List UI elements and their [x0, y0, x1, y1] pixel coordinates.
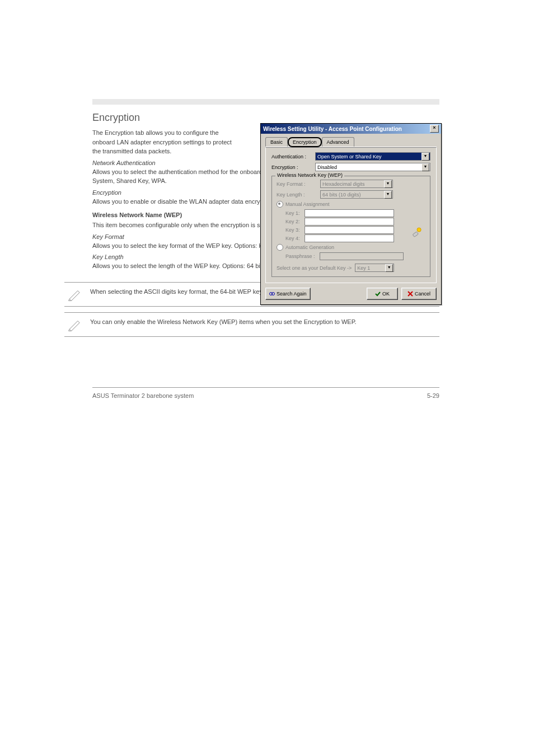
- default-label: Select one as your Default Key ->: [277, 265, 352, 271]
- dlg-kl-label: Key Length :: [277, 192, 317, 198]
- kf-value: Hexadecimal digits: [322, 181, 365, 187]
- key3-input: [305, 226, 394, 234]
- svg-point-0: [417, 228, 421, 232]
- intro-text: The Encryption tab allows you to configu…: [92, 128, 255, 156]
- tab-advanced[interactable]: Advanced: [322, 137, 354, 147]
- manual-assignment-radio: Manual Assignment: [277, 201, 425, 208]
- page-title: Encryption: [92, 112, 439, 124]
- chevron-down-icon: ▼: [385, 264, 393, 272]
- tab-panel: Authentication : Open System or Shared K…: [265, 147, 437, 283]
- kl-value: 64 bits (10 digits): [322, 192, 361, 198]
- tab-basic[interactable]: Basic: [265, 137, 288, 147]
- cancel-label: Cancel: [415, 291, 430, 297]
- passphrase-label: Passphrase :: [285, 253, 315, 259]
- dlg-kf-label: Key Format :: [277, 181, 317, 187]
- key1-input: [305, 209, 394, 217]
- dialog-title: Wireless Setting Utility - Access Point …: [263, 126, 402, 132]
- footer-right: 5-29: [427, 392, 439, 399]
- wireless-dialog: Wireless Setting Utility - Access Point …: [260, 123, 442, 305]
- default-value: Key 1: [357, 265, 370, 271]
- chevron-down-icon[interactable]: ▼: [421, 163, 429, 171]
- auto-label: Automatic Generation: [285, 245, 334, 250]
- top-divider: [92, 99, 439, 105]
- default-key-dropdown: Key 1 ▼: [355, 264, 394, 272]
- cancel-button[interactable]: Cancel: [401, 288, 437, 300]
- key2-input: [305, 218, 394, 226]
- key3-label: Key 3:: [285, 227, 302, 233]
- note-2-text: You can only enable the Wireless Network…: [90, 317, 439, 327]
- note-2: You can only enable the Wireless Network…: [64, 312, 439, 337]
- enc-value: Disabled: [317, 165, 337, 170]
- manual-label: Manual Assignment: [285, 201, 330, 207]
- key1-label: Key 1:: [285, 210, 302, 216]
- keylength-dropdown: 64 bits (10 digits) ▼: [320, 190, 393, 199]
- default-key-row: Select one as your Default Key -> Key 1 …: [277, 264, 425, 272]
- search-label: Search Again: [277, 291, 307, 297]
- dlg-auth-label: Authentication :: [271, 154, 312, 159]
- tab-encryption[interactable]: Encryption: [288, 137, 322, 147]
- chevron-down-icon: ▼: [384, 180, 392, 188]
- key4-input: [305, 234, 394, 242]
- dlg-enc-label: Encryption :: [271, 165, 312, 170]
- wep-fieldset: Wireless Network Key (WEP) Key Format : …: [271, 176, 430, 277]
- close-icon[interactable]: ×: [430, 125, 439, 133]
- flashlight-icon: [412, 227, 422, 239]
- ok-label: OK: [382, 291, 390, 297]
- footer-left: ASUS Terminator 2 barebone system: [92, 392, 194, 399]
- key2-label: Key 2:: [285, 219, 302, 224]
- radio-icon: [277, 201, 283, 208]
- wep-legend: Wireless Network Key (WEP): [275, 172, 344, 178]
- ok-button[interactable]: OK: [367, 288, 398, 300]
- key4-label: Key 4:: [285, 236, 302, 241]
- chevron-down-icon: ▼: [384, 191, 392, 199]
- binoculars-icon: [269, 291, 275, 297]
- encryption-dropdown[interactable]: Disabled ▼: [315, 163, 430, 171]
- auto-generation-radio: Automatic Generation: [277, 244, 425, 251]
- x-icon: [407, 291, 413, 297]
- keyformat-dropdown: Hexadecimal digits ▼: [320, 180, 393, 188]
- passphrase-input: [320, 252, 404, 260]
- radio-icon: [277, 244, 283, 251]
- page-footer: ASUS Terminator 2 barebone system 5-29: [92, 387, 439, 399]
- chevron-down-icon[interactable]: ▼: [421, 153, 429, 161]
- search-again-button[interactable]: Search Again: [265, 288, 311, 300]
- auth-value: Open System or Shared Key: [317, 154, 382, 159]
- svg-rect-1: [413, 232, 418, 237]
- tab-strip: Basic Encryption Advanced: [265, 137, 437, 147]
- pencil-note-icon: [68, 287, 82, 302]
- authentication-dropdown[interactable]: Open System or Shared Key ▼: [315, 152, 430, 161]
- check-icon: [375, 291, 381, 297]
- dialog-titlebar[interactable]: Wireless Setting Utility - Access Point …: [261, 124, 441, 134]
- pencil-note-icon: [68, 317, 82, 332]
